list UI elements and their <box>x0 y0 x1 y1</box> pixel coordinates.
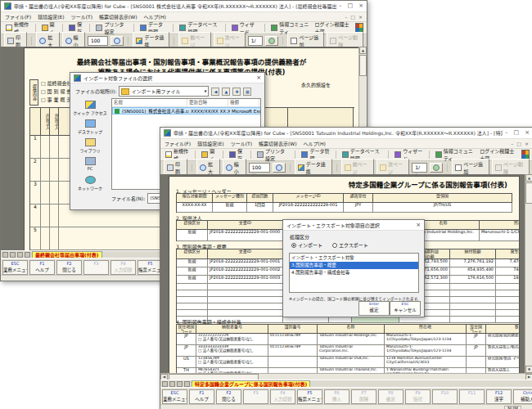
table-cell[interactable] <box>50 159 59 182</box>
form-tab-icon[interactable] <box>169 381 175 387</box>
printer-setup-button[interactable]: プリンタ設定 <box>94 20 129 35</box>
table-cell[interactable]: 新規 <box>177 276 208 284</box>
table-cell[interactable]: 1回目 <box>247 203 273 213</box>
fkey-F4[interactable]: F4入力切替 <box>270 389 295 404</box>
menu-item-1[interactable]: 環境設定(E) <box>197 140 223 147</box>
table-cell[interactable]: 製造又は加工/販売、マーケティング <box>486 345 520 357</box>
fkey-F2[interactable]: F2閉じる <box>56 260 82 275</box>
table-cell[interactable] <box>50 182 59 204</box>
table-cell[interactable] <box>450 303 496 310</box>
table-cell[interactable]: Tatsuzin Industrial Holdings,Inc. <box>318 334 385 345</box>
table-cell[interactable] <box>177 284 208 290</box>
table-cell[interactable]: 4 <box>30 204 41 227</box>
place-4[interactable]: ネットワーク <box>72 176 108 191</box>
menu-item-0[interactable]: ファイル(F) <box>5 13 31 20</box>
table-cell[interactable] <box>208 310 283 317</box>
table-cell[interactable]: 0111123456789 <box>268 334 318 345</box>
menu-item-3[interactable]: 帳票切替表示(W) <box>99 13 138 20</box>
table-cell[interactable]: 1 <box>30 136 41 159</box>
table-cell[interactable]: 123456789 □ 法人番号(又は納税者番号)なし <box>196 357 268 368</box>
table-cell[interactable] <box>496 297 520 303</box>
form-tab-icon[interactable] <box>162 381 168 387</box>
mdi-minimize-button[interactable]: – <box>511 141 513 146</box>
menu-item-1[interactable]: 環境設定(E) <box>38 13 64 20</box>
printer-setup-button[interactable]: プリンタ設定 <box>255 147 291 162</box>
table-cell[interactable]: JP2018-2222222222229-001-0002 <box>208 267 283 276</box>
refresh-button[interactable] <box>430 163 443 173</box>
table-cell[interactable] <box>352 317 399 323</box>
table-cell[interactable] <box>41 136 50 159</box>
radio-インポート[interactable]: インポート <box>291 241 322 249</box>
table-cell[interactable] <box>208 297 283 303</box>
mdi-restore-button[interactable]: □ <box>350 14 355 20</box>
menu-item-4[interactable]: ヘルプ(H) <box>144 13 166 20</box>
fkey-F6[interactable]: F6挿入 <box>324 389 349 404</box>
table-cell[interactable] <box>177 310 208 317</box>
table-cell[interactable]: Marunouchi-1-1/Chiyodaku/Tokyo/Jap <box>480 230 520 241</box>
menu-item-4[interactable]: ヘルプ(H) <box>304 140 326 147</box>
table-cell[interactable]: 新規 <box>213 203 247 213</box>
table-cell[interactable] <box>177 303 208 310</box>
new-folder-icon[interactable]: ✚ <box>232 88 241 96</box>
close-button[interactable]: × <box>358 3 363 9</box>
table-cell[interactable] <box>496 290 520 297</box>
magnifier-button[interactable] <box>273 163 286 173</box>
table-cell[interactable] <box>41 227 50 250</box>
table-cell[interactable] <box>177 297 208 303</box>
place-3[interactable]: PC <box>72 157 108 171</box>
table-cell[interactable] <box>41 204 50 227</box>
toolbar-value-box[interactable]: 1/ 1 <box>248 36 264 46</box>
form-tab-icon[interactable] <box>2 252 8 258</box>
toolbar-value-box[interactable]: 1/ 1 <box>412 163 427 173</box>
scroll-up-icon[interactable]: ▲ <box>525 174 532 182</box>
column-name[interactable]: 名前 <box>112 99 187 106</box>
table-cell[interactable]: JPY <box>344 203 373 213</box>
radio-エクスポート[interactable]: エクスポート <box>332 241 368 249</box>
fkey-F2[interactable]: F2閉じる <box>216 389 241 404</box>
table-cell[interactable]: 新規 <box>177 259 208 267</box>
table-cell[interactable]: JP2018-2222222222229-001-0003 <box>208 276 283 284</box>
table-cell[interactable]: JP2018-2222222222229-001 <box>273 203 344 213</box>
table-cell[interactable]: 3 <box>30 182 41 204</box>
table-cell[interactable] <box>450 297 496 303</box>
refresh-button[interactable] <box>265 36 278 46</box>
place-2[interactable]: ライブラリ <box>72 138 108 153</box>
table-cell[interactable] <box>50 227 59 250</box>
table-cell[interactable]: Marunouchi-1-1/Chiyodaku/Tokyo/Japan/123… <box>385 334 467 345</box>
fkey-F4[interactable]: F4入力切替 <box>110 260 136 275</box>
menu-item-0[interactable]: ファイル(F) <box>165 140 191 147</box>
menu-item-2[interactable]: ツール(T) <box>231 140 252 147</box>
table-cell[interactable]: 192,442,800 <box>496 276 520 284</box>
toolbar-value-box[interactable]: 100 % <box>249 163 270 173</box>
mdi-minimize-button[interactable]: – <box>345 14 347 20</box>
form-tab-icon[interactable] <box>25 252 30 258</box>
cancel-button[interactable]: ESC キャンセル <box>390 301 421 316</box>
table-cell[interactable] <box>177 290 208 297</box>
table-cell[interactable] <box>329 317 352 323</box>
table-cell[interactable]: 0111123456749 <box>268 345 318 357</box>
table-cell[interactable]: 5 <box>30 227 41 250</box>
scroll-down-icon[interactable]: ▼ <box>525 366 532 373</box>
mdi-close-button[interactable]: × <box>358 14 363 20</box>
table-cell[interactable] <box>450 290 496 297</box>
minimize-button[interactable]: – <box>339 3 342 9</box>
place-0[interactable]: クイック アクセス <box>72 101 108 115</box>
confirm-button[interactable]: Enter 確定 <box>358 301 390 316</box>
table-cell[interactable] <box>496 284 520 290</box>
minimize-button[interactable]: – <box>505 130 508 136</box>
close-icon[interactable]: × <box>256 74 261 81</box>
fkey-F3[interactable]: F3 <box>243 389 268 404</box>
table-cell[interactable]: 研究開発/製造 マーケティング又は管理 <box>486 357 520 368</box>
table-cell[interactable]: JP2018-2222222222229-001-0000 <box>208 230 283 241</box>
form-tab-icon[interactable] <box>10 252 16 258</box>
table-cell[interactable] <box>450 317 496 323</box>
table-cell[interactable]: JP <box>177 345 196 357</box>
fkey-F3[interactable]: F3 <box>83 260 109 275</box>
table-cell[interactable] <box>208 290 283 297</box>
table-cell[interactable]: 746,690,000 <box>496 267 520 276</box>
table-cell[interactable]: JP <box>177 334 196 345</box>
back-icon[interactable]: ◀ <box>211 88 219 96</box>
fkey-F8[interactable]: F8確定 <box>378 389 404 404</box>
fkey-F5[interactable]: F5帳票メニュー <box>297 389 322 404</box>
fkey-F12[interactable]: F12漢字 <box>486 389 512 404</box>
